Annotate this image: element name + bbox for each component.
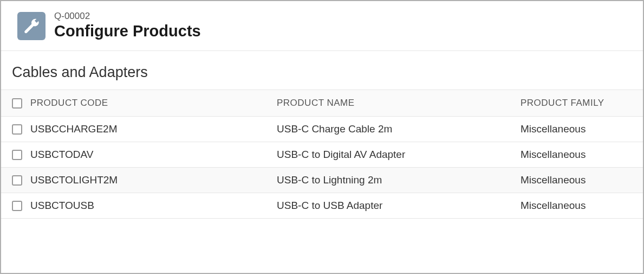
product-name: USB-C Charge Cable 2m — [277, 123, 521, 135]
table-row: USBCTOUSB USB-C to USB Adapter Miscellan… — [1, 193, 643, 219]
table-row: USBCCHARGE2M USB-C Charge Cable 2m Misce… — [1, 117, 643, 142]
product-code: USBCTODAV — [30, 149, 277, 161]
row-checkbox[interactable] — [12, 124, 22, 135]
product-name: USB-C to Digital AV Adapter — [277, 149, 521, 161]
product-code: USBCTOLIGHT2M — [30, 174, 277, 186]
product-code: USBCCHARGE2M — [30, 123, 277, 135]
row-checkbox-cell — [12, 150, 30, 160]
header-text: Q-00002 Configure Products — [54, 11, 201, 41]
product-name: USB-C to Lightning 2m — [277, 174, 521, 186]
wrench-icon — [17, 12, 45, 40]
select-all-cell — [12, 98, 30, 109]
table-header-row: PRODUCT CODE PRODUCT NAME PRODUCT FAMILY — [1, 90, 643, 117]
row-checkbox[interactable] — [12, 201, 22, 211]
page-header: Q-00002 Configure Products — [1, 1, 643, 51]
quote-id: Q-00002 — [54, 11, 201, 22]
row-checkbox-cell — [12, 124, 30, 135]
select-all-checkbox[interactable] — [12, 98, 22, 109]
column-header-code: PRODUCT CODE — [30, 98, 277, 109]
product-code: USBCTOUSB — [30, 200, 277, 212]
product-family: Miscellaneous — [521, 123, 632, 135]
product-name: USB-C to USB Adapter — [277, 200, 521, 212]
column-header-family: PRODUCT FAMILY — [521, 98, 632, 109]
product-family: Miscellaneous — [521, 149, 632, 161]
category-section: Cables and Adapters — [1, 51, 643, 90]
row-checkbox[interactable] — [12, 175, 22, 186]
category-title: Cables and Adapters — [12, 64, 632, 81]
products-table: PRODUCT CODE PRODUCT NAME PRODUCT FAMILY… — [1, 90, 643, 219]
product-family: Miscellaneous — [521, 200, 632, 212]
row-checkbox-cell — [12, 175, 30, 186]
product-family: Miscellaneous — [521, 174, 632, 186]
table-row: USBCTODAV USB-C to Digital AV Adapter Mi… — [1, 142, 643, 168]
row-checkbox-cell — [12, 201, 30, 211]
column-header-name: PRODUCT NAME — [277, 98, 521, 109]
page-title: Configure Products — [54, 22, 201, 41]
row-checkbox[interactable] — [12, 150, 22, 160]
configure-products-panel: Q-00002 Configure Products Cables and Ad… — [0, 0, 644, 274]
table-row: USBCTOLIGHT2M USB-C to Lightning 2m Misc… — [1, 168, 643, 193]
